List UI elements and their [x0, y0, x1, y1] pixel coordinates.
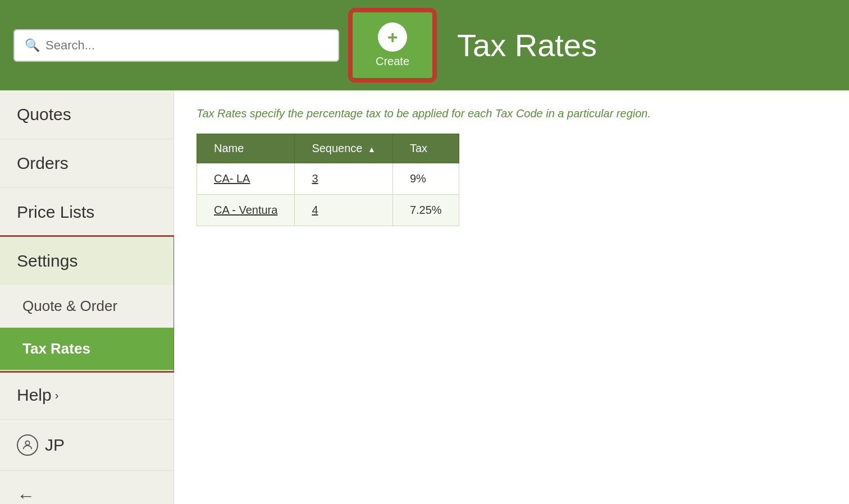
cell-seq-0[interactable]: 3 [295, 163, 393, 195]
cell-tax-1: 7.25% [392, 195, 459, 226]
body-layout: Quotes Orders Price Lists Settings Quote… [0, 90, 849, 504]
sidebar-sub-item-quote-order[interactable]: Quote & Order [0, 285, 174, 328]
settings-section: Settings Quote & Order Tax Rates [0, 237, 174, 371]
back-arrow-icon: ← [17, 485, 35, 504]
create-label: Create [376, 55, 409, 68]
cell-name-1[interactable]: CA - Ventura [197, 195, 295, 226]
cell-name-0[interactable]: CA- LA [197, 163, 295, 195]
table-row: CA - Ventura 4 7.25% [197, 195, 459, 226]
cell-tax-0: 9% [392, 163, 459, 195]
table-body: CA- LA 3 9% CA - Ventura 4 7.25% [197, 163, 459, 226]
sidebar-item-user[interactable]: JP [0, 420, 174, 471]
link-seq-1[interactable]: 4 [312, 204, 318, 216]
main-content: Tax Rates specify the percentage tax to … [174, 90, 849, 504]
search-box[interactable]: 🔍 [13, 29, 339, 62]
link-name-1[interactable]: CA - Ventura [214, 204, 277, 216]
create-button[interactable]: + Create [350, 10, 435, 80]
user-avatar-icon [17, 434, 38, 456]
search-input[interactable] [45, 38, 328, 53]
search-icon: 🔍 [25, 38, 40, 53]
svg-point-0 [25, 441, 29, 445]
col-header-sequence[interactable]: Sequence ▲ [295, 134, 393, 163]
sort-asc-icon: ▲ [368, 145, 376, 154]
table-row: CA- LA 3 9% [197, 163, 459, 195]
col-header-tax[interactable]: Tax [392, 134, 459, 163]
table-header: Name Sequence ▲ Tax [197, 134, 459, 163]
sidebar-sub-item-tax-rates[interactable]: Tax Rates [0, 328, 174, 370]
table-header-row: Name Sequence ▲ Tax [197, 134, 459, 163]
page-subtitle: Tax Rates specify the percentage tax to … [197, 107, 827, 120]
cell-seq-1[interactable]: 4 [295, 195, 393, 226]
sidebar-item-quotes[interactable]: Quotes [0, 90, 174, 139]
link-seq-0[interactable]: 3 [312, 172, 318, 185]
header: 🔍 + Create Tax Rates [0, 0, 849, 90]
sidebar-back-button[interactable]: ← [0, 471, 174, 504]
sidebar-item-orders[interactable]: Orders [0, 139, 174, 188]
tax-rates-table: Name Sequence ▲ Tax CA- LA [197, 134, 459, 226]
chevron-right-icon: › [55, 389, 59, 402]
col-header-name[interactable]: Name [197, 134, 295, 163]
sidebar-item-help[interactable]: Help › [0, 371, 174, 420]
sidebar: Quotes Orders Price Lists Settings Quote… [0, 90, 174, 504]
create-plus-icon: + [378, 22, 407, 52]
link-name-0[interactable]: CA- LA [214, 172, 250, 185]
page-title: Tax Rates [457, 27, 597, 63]
sidebar-item-price-lists[interactable]: Price Lists [0, 188, 174, 237]
sidebar-item-settings[interactable]: Settings [0, 237, 174, 285]
